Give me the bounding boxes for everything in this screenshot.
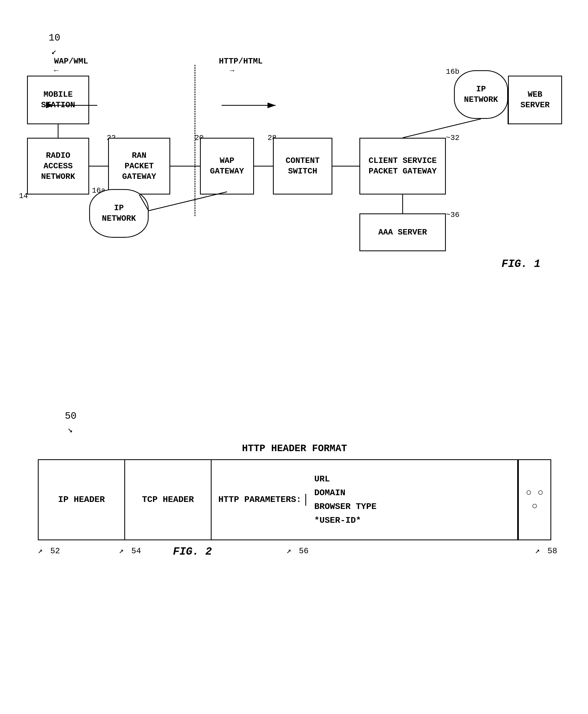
label-56: 56 [299, 546, 309, 556]
http-params-values: URL DOMAIN BROWSER TYPE *USER-ID* [306, 472, 514, 527]
http-params-cell: HTTP PARAMETERS: URL DOMAIN BROWSER TYPE… [212, 460, 518, 540]
label-58: 58 [547, 546, 557, 556]
ip-network-16a: IP NETWORK [89, 189, 149, 238]
label-16b: 16b [446, 67, 459, 76]
http-params-label: HTTP PARAMETERS: [214, 494, 306, 506]
web-server-box: WEB SERVER [508, 75, 562, 124]
dots-cell: ○ ○ ○ [518, 460, 550, 540]
packet-table: IP HEADER TCP HEADER HTTP PARAMETERS: UR… [38, 459, 551, 540]
fig1-container: 10 ↙ WAP/WML ← HTTP/HTML → 12 MOBILE STA… [16, 33, 573, 276]
wap-gateway-box: WAP GATEWAY [200, 138, 254, 195]
client-service-packet-gateway-box: CLIENT SERVICE PACKET GATEWAY [359, 138, 446, 195]
label-56-group: ↗ 56 [287, 546, 309, 556]
radio-access-network-box: RADIO ACCESS NETWORK [27, 138, 89, 195]
mobile-station-box: MOBILE STATION [27, 75, 89, 124]
arrow-10: ↙ [51, 46, 57, 57]
ip-network-16b: IP NETWORK [454, 70, 508, 119]
aaa-server-box: AAA SERVER [359, 213, 446, 251]
label-54: 54 [131, 546, 141, 556]
label-36: ~36 [446, 211, 459, 219]
fig2-caption: FIG. 2 [173, 546, 212, 558]
label-50: 50 [65, 411, 77, 422]
arrow-50: ↘ [67, 424, 73, 435]
label-32: ~32 [446, 134, 459, 142]
label-58-group: ↗ 58 [535, 546, 557, 556]
fig1-caption: FIG. 1 [502, 258, 541, 270]
label-14: 14 [19, 192, 28, 200]
http-html-label: HTTP/HTML → [219, 57, 262, 75]
http-header-format-title: HTTP HEADER FORMAT [16, 443, 573, 454]
wap-wml-label: WAP/WML ← [54, 57, 88, 75]
svg-line-6 [403, 119, 481, 138]
tcp-header-cell: TCP HEADER [125, 460, 212, 540]
label-52-group: ↗ 52 [38, 546, 60, 556]
label-10: 10 [49, 33, 60, 43]
ran-packet-gateway-box: RAN PACKET GATEWAY [108, 138, 170, 195]
label-52: 52 [50, 546, 60, 556]
content-switch-box: CONTENT SWITCH [273, 138, 332, 195]
label-54-group: ↗ 54 [119, 546, 141, 556]
ip-header-cell: IP HEADER [39, 460, 125, 540]
svg-line-11 [149, 192, 227, 211]
